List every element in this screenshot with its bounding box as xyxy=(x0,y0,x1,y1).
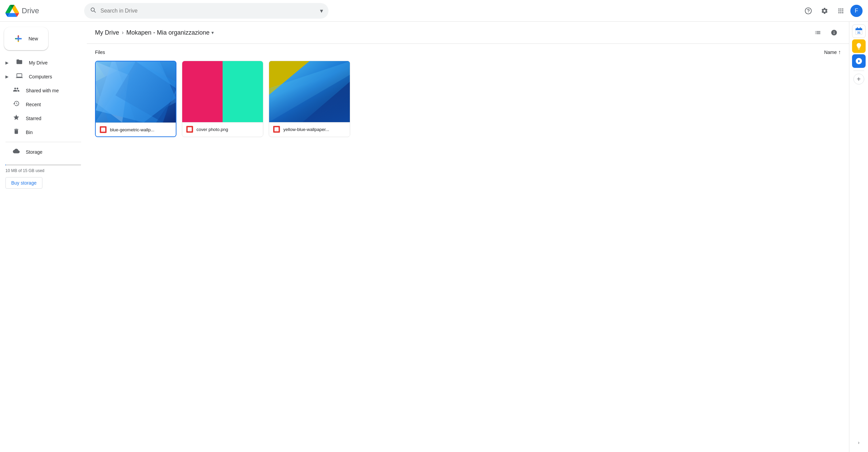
file-info-blue-geo: blue-geometric-wallp... xyxy=(96,123,176,136)
file-name-blue-geo: blue-geometric-wallp... xyxy=(110,127,154,132)
main-layout: New ▶ My Drive ▶ Computers xyxy=(0,22,868,452)
sort-arrow-icon: ↑ xyxy=(838,49,841,55)
computers-arrow-icon: ▶ xyxy=(5,74,8,79)
search-bar[interactable]: ▾ xyxy=(84,3,328,19)
breadcrumb-current[interactable]: Mokapen - Mia organizzazione ▾ xyxy=(126,29,214,36)
svg-text:31: 31 xyxy=(857,31,861,34)
right-panel-add-button[interactable]: + xyxy=(853,74,864,84)
sort-label: Name xyxy=(824,50,837,55)
files-grid: blue-geometric-wallp... xyxy=(95,61,841,137)
file-name-cover: cover photo.png xyxy=(196,127,228,132)
drive-logo-icon xyxy=(5,4,19,18)
svg-rect-5 xyxy=(18,38,22,39)
sidebar-item-starred[interactable]: Starred xyxy=(0,111,81,125)
recent-icon xyxy=(12,100,20,109)
files-header: Files Name ↑ xyxy=(95,49,841,55)
new-plus-icon xyxy=(12,33,24,45)
files-area: Files Name ↑ xyxy=(87,44,849,452)
file-card-yellow-blue[interactable]: yellow-blue-wallpaper... xyxy=(269,61,350,137)
sidebar-starred-label: Starred xyxy=(26,116,41,121)
breadcrumb-separator-icon: › xyxy=(122,30,124,36)
breadcrumb-current-label: Mokapen - Mia organizzazione xyxy=(126,29,209,36)
right-panel: 31 + › xyxy=(849,22,868,452)
avatar[interactable]: F xyxy=(850,5,863,17)
svg-rect-2 xyxy=(18,35,19,42)
sidebar-shared-label: Shared with me xyxy=(26,88,59,93)
search-icon xyxy=(90,6,96,15)
sidebar-item-storage[interactable]: Storage xyxy=(0,145,81,159)
thumb-blue-geo-visual xyxy=(96,61,176,123)
file-thumbnail-blue-geo xyxy=(96,61,176,123)
new-button[interactable]: New xyxy=(4,27,48,50)
svg-marker-13 xyxy=(269,61,309,95)
file-type-icon-cover xyxy=(186,126,193,133)
sidebar-item-computers[interactable]: ▶ Computers xyxy=(0,70,81,83)
sidebar: New ▶ My Drive ▶ Computers xyxy=(0,22,87,452)
files-section-label: Files xyxy=(95,50,105,55)
list-view-button[interactable] xyxy=(811,26,825,39)
sidebar-item-recent[interactable]: Recent xyxy=(0,97,81,111)
right-panel-tasks-app[interactable] xyxy=(852,54,866,68)
storage-cloud-icon xyxy=(12,148,20,156)
thumb-cover-visual xyxy=(182,61,263,122)
sidebar-item-bin[interactable]: Bin xyxy=(0,125,81,139)
bin-icon xyxy=(12,128,20,136)
topbar: Drive ▾ F xyxy=(0,0,868,22)
computers-icon xyxy=(15,72,23,81)
svg-point-1 xyxy=(808,12,809,13)
file-type-icon-yellow-blue xyxy=(273,126,280,133)
right-panel-keep-app[interactable] xyxy=(852,39,866,53)
svg-marker-15 xyxy=(269,61,350,122)
storage-bar-bg xyxy=(5,164,81,166)
breadcrumb-parent[interactable]: My Drive xyxy=(95,29,119,36)
file-card-blue-geo[interactable]: blue-geometric-wallp... xyxy=(95,61,176,137)
app-name: Drive xyxy=(22,6,39,15)
search-dropdown-icon[interactable]: ▾ xyxy=(320,7,323,15)
thumb-cover-teal xyxy=(223,61,263,122)
file-info-cover: cover photo.png xyxy=(182,122,263,136)
sidebar-my-drive-label: My Drive xyxy=(29,60,48,65)
svg-marker-14 xyxy=(303,81,350,122)
help-button[interactable] xyxy=(801,4,815,18)
svg-rect-18 xyxy=(855,30,862,30)
starred-icon xyxy=(12,114,20,123)
sidebar-recent-label: Recent xyxy=(26,102,41,107)
right-panel-collapse-button[interactable]: › xyxy=(855,438,863,447)
storage-section: 10 MB of 15 GB used Buy storage xyxy=(0,159,87,191)
svg-rect-12 xyxy=(269,61,350,122)
sort-button[interactable]: Name ↑ xyxy=(824,49,841,55)
sidebar-item-my-drive[interactable]: ▶ My Drive xyxy=(0,56,81,70)
sidebar-storage-label: Storage xyxy=(26,149,42,155)
file-thumbnail-cover xyxy=(182,61,263,122)
storage-bar-fill xyxy=(5,164,6,166)
topbar-actions: F xyxy=(801,4,863,18)
thumb-cover-pink xyxy=(182,61,223,122)
search-input[interactable] xyxy=(100,8,316,14)
svg-rect-4 xyxy=(18,35,19,39)
apps-button[interactable] xyxy=(834,4,848,18)
settings-button[interactable] xyxy=(818,4,831,18)
breadcrumb-dropdown-icon[interactable]: ▾ xyxy=(211,30,214,35)
breadcrumb-bar: My Drive › Mokapen - Mia organizzazione … xyxy=(87,22,849,44)
breadcrumb: My Drive › Mokapen - Mia organizzazione … xyxy=(95,29,214,36)
info-button[interactable] xyxy=(827,26,841,39)
sidebar-divider xyxy=(5,142,81,142)
sidebar-bin-label: Bin xyxy=(26,130,33,135)
buy-storage-button[interactable]: Buy storage xyxy=(5,177,42,189)
file-thumbnail-yellow-blue xyxy=(269,61,350,122)
right-panel-divider xyxy=(853,71,864,71)
content-area: My Drive › Mokapen - Mia organizzazione … xyxy=(87,22,849,452)
my-drive-arrow-icon: ▶ xyxy=(5,60,8,65)
sidebar-computers-label: Computers xyxy=(29,74,52,79)
storage-text: 10 MB of 15 GB used xyxy=(5,168,81,173)
file-type-icon-image xyxy=(100,126,107,133)
logo-area: Drive xyxy=(5,4,80,18)
file-info-yellow-blue: yellow-blue-wallpaper... xyxy=(269,122,350,136)
right-panel-calendar-app[interactable]: 31 xyxy=(852,24,866,38)
view-actions xyxy=(811,26,841,39)
my-drive-folder-icon xyxy=(15,58,23,67)
thumb-yellow-blue-visual xyxy=(269,61,350,122)
sidebar-item-shared[interactable]: Shared with me xyxy=(0,83,81,97)
file-card-cover-photo[interactable]: cover photo.png xyxy=(182,61,263,137)
shared-icon xyxy=(12,86,20,95)
